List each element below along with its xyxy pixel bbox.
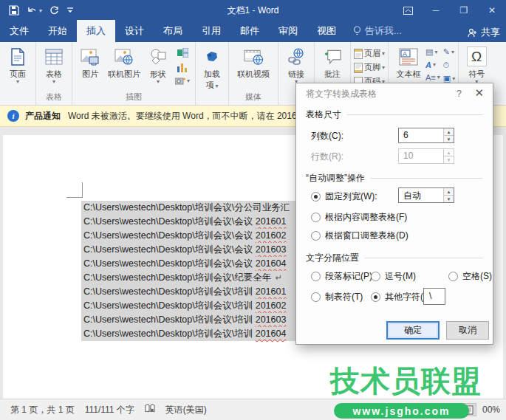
wordart-button[interactable]: A▾ <box>425 61 440 69</box>
ribbon-display-options-button[interactable] <box>394 0 422 21</box>
other-character-input[interactable]: \ <box>423 288 445 305</box>
dialog-close-button[interactable]: ✕ <box>474 86 484 100</box>
link-button[interactable]: 链接 ▾ <box>281 45 311 84</box>
fixed-width-spinner[interactable]: 自动 ▲▼ <box>398 187 454 203</box>
online-video-icon <box>244 47 264 66</box>
header-button[interactable]: 页眉▾ <box>354 48 385 59</box>
notification-message: Word 未被激活。要继续使用 Word，而不中断，请在 2016年 <box>68 110 306 123</box>
spin-down-icon: ▼ <box>444 196 454 202</box>
radio-space[interactable] <box>448 272 458 281</box>
close-button[interactable]: ✕ <box>478 0 506 21</box>
radio-paragraph-mark[interactable] <box>311 272 321 281</box>
textbox-icon: A <box>399 47 419 66</box>
text-line: C:\Users\westech\Desktop\培训会议\培训 201602 <box>81 299 298 313</box>
radio-fixed-width[interactable] <box>311 192 321 202</box>
drop-cap-button[interactable]: A≡▾ <box>425 73 440 82</box>
columns-value[interactable]: 6 <box>399 128 443 142</box>
footer-button[interactable]: 页脚▾ <box>354 62 385 73</box>
redo-button[interactable] <box>49 6 59 16</box>
dialog-help-button[interactable]: ? <box>457 88 462 99</box>
radio-fit-contents[interactable] <box>311 213 321 222</box>
fixed-width-option[interactable]: 固定列宽(W): <box>311 190 377 203</box>
word-count[interactable]: 111/111 个字 <box>85 404 134 416</box>
smartart-icon[interactable] <box>177 47 188 61</box>
screenshot-button[interactable]: ▾ <box>175 77 190 85</box>
radio-tab[interactable] <box>311 292 321 302</box>
fit-window-option[interactable]: 根据窗口调整表格(D) <box>311 230 408 242</box>
separator-space-option[interactable]: 空格(S) <box>448 270 492 283</box>
radio-other-character[interactable] <box>371 292 380 302</box>
chevron-down-icon: ▾ <box>452 77 455 81</box>
info-icon: i <box>7 110 19 122</box>
minimize-button[interactable]: ─ <box>422 0 450 21</box>
chevron-down-icon: ▾ <box>157 80 160 84</box>
tab-home[interactable]: 开始 <box>38 20 77 42</box>
tab-design[interactable]: 设计 <box>115 20 154 42</box>
restore-button[interactable]: ❐ <box>450 0 478 21</box>
shapes-button[interactable]: 形状 ▾ <box>143 45 173 84</box>
radio-comma[interactable] <box>371 272 380 281</box>
online-pictures-button[interactable]: 联机图片 <box>105 45 143 80</box>
undo-dropdown-icon[interactable]: ▾ <box>39 7 42 14</box>
tab-view[interactable]: 视图 <box>307 20 346 42</box>
share-button[interactable]: 共享 <box>468 26 500 39</box>
zoom-level[interactable]: 00% <box>482 404 500 415</box>
fit-contents-option[interactable]: 根据内容调整表格(F) <box>311 211 407 224</box>
online-video-button[interactable]: 联机视频 <box>232 45 275 80</box>
tab-references[interactable]: 引用 <box>192 20 230 42</box>
illustration-small-buttons: ▾ <box>173 45 192 85</box>
tab-file[interactable]: 文件 <box>0 20 38 42</box>
tab-label: 制表符(T) <box>325 291 363 303</box>
spinner-buttons[interactable]: ▲▼ <box>443 188 454 202</box>
omega-icon: Ω <box>467 47 487 66</box>
customize-qat-icon[interactable] <box>66 7 74 14</box>
date-time-button[interactable]: ⏱ <box>443 61 455 70</box>
signature-line-button[interactable]: ✎▾ <box>443 47 455 57</box>
dialog-title-bar[interactable]: 将文字转换成表格 <box>296 83 493 104</box>
addins-button[interactable]: 加载 项 ▾ <box>199 45 225 91</box>
spin-up-icon: ▲ <box>444 149 454 156</box>
ok-button[interactable]: 确定 <box>386 321 440 340</box>
separator-tab-option[interactable]: 制表符(T) <box>311 291 363 303</box>
symbol-button[interactable]: Ω 符号 ▾ <box>462 45 491 84</box>
tab-review[interactable]: 审阅 <box>269 20 307 42</box>
convert-text-to-table-dialog: 将文字转换成表格 ? ✕ 表格尺寸 列数(C): 6 ▲▼ 行数(R): 10 … <box>295 83 493 345</box>
table-button[interactable]: 表格 ▾ <box>39 45 69 84</box>
quick-parts-button[interactable]: ▤▾ <box>425 47 440 57</box>
tab-layout[interactable]: 布局 <box>154 20 192 42</box>
language-status[interactable]: 英语(美国) <box>165 404 207 416</box>
save-icon[interactable] <box>9 5 19 16</box>
fit-window-label: 根据窗口调整表格(D) <box>325 230 408 242</box>
page-info[interactable]: 第 1 页，共 1 页 <box>10 404 75 416</box>
fixed-width-value[interactable]: 自动 <box>399 188 443 202</box>
spinner-buttons[interactable]: ▲▼ <box>443 128 454 142</box>
chart-icon[interactable] <box>177 62 188 75</box>
separator-comma-option[interactable]: 逗号(M) <box>371 270 416 283</box>
comment-button[interactable]: 批注 <box>318 45 347 80</box>
footer-icon <box>354 63 363 73</box>
text-small-buttons: ▤▾ A▾ A≡▾ ✎▾ ⏱ ▣▾ <box>425 45 455 83</box>
page-icon <box>8 47 28 66</box>
text-line: C:\Users\westech\Desktop\培训会议\会议 201601 <box>81 215 298 229</box>
chevron-down-icon: ▾ <box>382 66 385 70</box>
tab-insert[interactable]: 插入 <box>77 20 115 42</box>
cancel-button[interactable]: 取消 <box>446 321 489 340</box>
radio-fit-window[interactable] <box>311 231 321 241</box>
screenshot-icon <box>175 77 185 85</box>
document-text[interactable]: C:\Users\westech\Desktop\培训会议\分公司业务汇 C:\… <box>81 201 298 341</box>
pictures-button[interactable]: 图片 <box>75 45 105 80</box>
undo-button[interactable]: ▾ <box>27 6 42 15</box>
online-picture-icon <box>114 47 134 66</box>
proofing-status-icon[interactable] <box>145 404 155 416</box>
ribbon-group-addins: 加载 项 ▾ <box>195 42 228 105</box>
tab-mailings[interactable]: 邮件 <box>230 20 269 42</box>
separator-paragraph-option[interactable]: 段落标记(P) <box>311 270 372 283</box>
columns-spinner[interactable]: 6 ▲▼ <box>398 128 454 143</box>
text-line: C:\Users\westech\Desktop\培训会议\会议 201602 <box>81 229 298 243</box>
tell-me-box[interactable]: 告诉我... <box>346 20 409 42</box>
watermark-logo: 技术员联盟 <box>330 365 482 397</box>
chevron-down-icon: ▾ <box>434 50 437 55</box>
section-separator: 文字分隔位置 <box>306 252 483 264</box>
textbox-button[interactable]: A 文本框 <box>392 45 425 80</box>
pages-button[interactable]: 页面 ▾ <box>3 45 33 84</box>
